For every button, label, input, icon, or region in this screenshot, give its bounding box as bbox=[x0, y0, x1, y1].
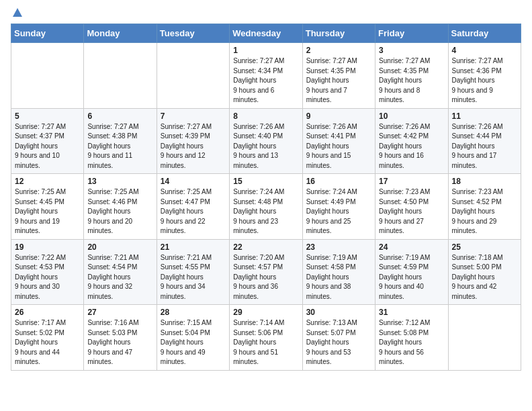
calendar-cell: 30 Sunrise: 7:13 AM Sunset: 5:07 PM Dayl… bbox=[302, 305, 375, 371]
day-info: Sunrise: 7:23 AM Sunset: 4:52 PM Dayligh… bbox=[452, 187, 517, 236]
day-info: Sunrise: 7:15 AM Sunset: 5:04 PM Dayligh… bbox=[161, 318, 226, 367]
calendar-cell: 6 Sunrise: 7:27 AM Sunset: 4:38 PM Dayli… bbox=[84, 108, 157, 174]
day-number: 2 bbox=[306, 46, 371, 55]
calendar-cell: 22 Sunrise: 7:20 AM Sunset: 4:57 PM Dayl… bbox=[230, 239, 302, 305]
day-of-week-header: Monday bbox=[84, 24, 157, 43]
day-info: Sunrise: 7:20 AM Sunset: 4:57 PM Dayligh… bbox=[233, 253, 298, 302]
day-info: Sunrise: 7:12 AM Sunset: 5:08 PM Dayligh… bbox=[379, 318, 444, 367]
day-of-week-header: Sunday bbox=[11, 24, 84, 43]
day-number: 4 bbox=[452, 46, 517, 55]
day-of-week-header: Tuesday bbox=[157, 24, 229, 43]
calendar-cell: 18 Sunrise: 7:23 AM Sunset: 4:52 PM Dayl… bbox=[448, 174, 521, 240]
day-info: Sunrise: 7:27 AM Sunset: 4:36 PM Dayligh… bbox=[452, 56, 517, 105]
day-number: 29 bbox=[233, 308, 298, 317]
day-number: 10 bbox=[379, 111, 444, 121]
day-number: 3 bbox=[379, 46, 444, 55]
day-number: 1 bbox=[233, 46, 298, 55]
calendar-table: SundayMondayTuesdayWednesdayThursdayFrid… bbox=[11, 24, 521, 371]
day-number: 23 bbox=[306, 242, 371, 252]
day-number: 14 bbox=[161, 177, 226, 186]
calendar-week-row: 19 Sunrise: 7:22 AM Sunset: 4:53 PM Dayl… bbox=[11, 239, 521, 305]
calendar-cell: 13 Sunrise: 7:25 AM Sunset: 4:46 PM Dayl… bbox=[84, 174, 157, 240]
day-number: 18 bbox=[452, 177, 517, 186]
day-number: 31 bbox=[379, 308, 444, 317]
day-info: Sunrise: 7:23 AM Sunset: 4:50 PM Dayligh… bbox=[379, 187, 444, 236]
calendar-cell: 23 Sunrise: 7:19 AM Sunset: 4:58 PM Dayl… bbox=[302, 239, 375, 305]
calendar-cell bbox=[157, 43, 229, 109]
day-info: Sunrise: 7:27 AM Sunset: 4:38 PM Dayligh… bbox=[87, 122, 152, 171]
day-info: Sunrise: 7:19 AM Sunset: 4:59 PM Dayligh… bbox=[379, 253, 444, 302]
day-number: 19 bbox=[15, 242, 80, 252]
calendar-week-row: 1 Sunrise: 7:27 AM Sunset: 4:34 PM Dayli… bbox=[11, 43, 521, 109]
calendar-cell: 3 Sunrise: 7:27 AM Sunset: 4:35 PM Dayli… bbox=[375, 43, 448, 109]
calendar-cell: 28 Sunrise: 7:15 AM Sunset: 5:04 PM Dayl… bbox=[157, 305, 229, 371]
day-number: 5 bbox=[15, 111, 80, 121]
calendar-cell: 1 Sunrise: 7:27 AM Sunset: 4:34 PM Dayli… bbox=[230, 43, 302, 109]
calendar-cell: 19 Sunrise: 7:22 AM Sunset: 4:53 PM Dayl… bbox=[11, 239, 84, 305]
calendar-cell: 21 Sunrise: 7:21 AM Sunset: 4:55 PM Dayl… bbox=[157, 239, 229, 305]
calendar-cell: 8 Sunrise: 7:26 AM Sunset: 4:40 PM Dayli… bbox=[230, 108, 302, 174]
day-number: 11 bbox=[452, 111, 517, 121]
day-info: Sunrise: 7:26 AM Sunset: 4:42 PM Dayligh… bbox=[379, 122, 444, 171]
calendar-header-row: SundayMondayTuesdayWednesdayThursdayFrid… bbox=[11, 24, 521, 43]
calendar-cell: 14 Sunrise: 7:25 AM Sunset: 4:47 PM Dayl… bbox=[157, 174, 229, 240]
day-number: 15 bbox=[233, 177, 298, 186]
day-number: 22 bbox=[233, 242, 298, 252]
day-info: Sunrise: 7:27 AM Sunset: 4:35 PM Dayligh… bbox=[306, 56, 371, 105]
calendar-cell: 25 Sunrise: 7:18 AM Sunset: 5:00 PM Dayl… bbox=[448, 239, 521, 305]
day-info: Sunrise: 7:26 AM Sunset: 4:41 PM Dayligh… bbox=[306, 122, 371, 171]
calendar-cell: 16 Sunrise: 7:24 AM Sunset: 4:49 PM Dayl… bbox=[302, 174, 375, 240]
day-of-week-header: Wednesday bbox=[230, 24, 302, 43]
day-info: Sunrise: 7:27 AM Sunset: 4:39 PM Dayligh… bbox=[161, 122, 226, 171]
calendar-cell: 12 Sunrise: 7:25 AM Sunset: 4:45 PM Dayl… bbox=[11, 174, 84, 240]
day-info: Sunrise: 7:25 AM Sunset: 4:46 PM Dayligh… bbox=[87, 187, 152, 236]
day-number: 25 bbox=[452, 242, 517, 252]
day-info: Sunrise: 7:24 AM Sunset: 4:48 PM Dayligh… bbox=[233, 187, 298, 236]
calendar-week-row: 26 Sunrise: 7:17 AM Sunset: 5:02 PM Dayl… bbox=[11, 305, 521, 371]
day-info: Sunrise: 7:27 AM Sunset: 4:35 PM Dayligh… bbox=[379, 56, 444, 105]
day-number: 6 bbox=[87, 111, 152, 121]
day-info: Sunrise: 7:25 AM Sunset: 4:45 PM Dayligh… bbox=[15, 187, 80, 236]
day-info: Sunrise: 7:21 AM Sunset: 4:55 PM Dayligh… bbox=[161, 253, 226, 302]
day-of-week-header: Friday bbox=[375, 24, 448, 43]
calendar-cell: 2 Sunrise: 7:27 AM Sunset: 4:35 PM Dayli… bbox=[302, 43, 375, 109]
day-number: 20 bbox=[87, 242, 152, 252]
calendar-cell bbox=[11, 43, 84, 109]
calendar-cell: 31 Sunrise: 7:12 AM Sunset: 5:08 PM Dayl… bbox=[375, 305, 448, 371]
day-number: 26 bbox=[15, 308, 80, 317]
calendar-cell bbox=[84, 43, 157, 109]
day-number: 7 bbox=[161, 111, 226, 121]
calendar-cell: 17 Sunrise: 7:23 AM Sunset: 4:50 PM Dayl… bbox=[375, 174, 448, 240]
day-info: Sunrise: 7:16 AM Sunset: 5:03 PM Dayligh… bbox=[87, 318, 152, 367]
calendar-week-row: 5 Sunrise: 7:27 AM Sunset: 4:37 PM Dayli… bbox=[11, 108, 521, 174]
day-of-week-header: Thursday bbox=[302, 24, 375, 43]
calendar-cell: 20 Sunrise: 7:21 AM Sunset: 4:54 PM Dayl… bbox=[84, 239, 157, 305]
day-number: 28 bbox=[161, 308, 226, 317]
day-number: 30 bbox=[306, 308, 371, 317]
calendar-cell: 11 Sunrise: 7:26 AM Sunset: 4:44 PM Dayl… bbox=[448, 108, 521, 174]
calendar-cell bbox=[448, 305, 521, 371]
calendar-cell: 9 Sunrise: 7:26 AM Sunset: 4:41 PM Dayli… bbox=[302, 108, 375, 174]
day-info: Sunrise: 7:27 AM Sunset: 4:34 PM Dayligh… bbox=[233, 56, 298, 105]
day-number: 24 bbox=[379, 242, 444, 252]
day-info: Sunrise: 7:19 AM Sunset: 4:58 PM Dayligh… bbox=[306, 253, 371, 302]
day-info: Sunrise: 7:17 AM Sunset: 5:02 PM Dayligh… bbox=[15, 318, 80, 367]
day-number: 9 bbox=[306, 111, 371, 121]
day-number: 12 bbox=[15, 177, 80, 186]
day-info: Sunrise: 7:14 AM Sunset: 5:06 PM Dayligh… bbox=[233, 318, 298, 367]
day-info: Sunrise: 7:26 AM Sunset: 4:44 PM Dayligh… bbox=[452, 122, 517, 171]
calendar-week-row: 12 Sunrise: 7:25 AM Sunset: 4:45 PM Dayl… bbox=[11, 174, 521, 240]
day-number: 27 bbox=[87, 308, 152, 317]
day-number: 16 bbox=[306, 177, 371, 186]
day-number: 8 bbox=[233, 111, 298, 121]
calendar-cell: 26 Sunrise: 7:17 AM Sunset: 5:02 PM Dayl… bbox=[11, 305, 84, 371]
page-header bbox=[11, 11, 521, 17]
day-info: Sunrise: 7:13 AM Sunset: 5:07 PM Dayligh… bbox=[306, 318, 371, 367]
calendar-cell: 24 Sunrise: 7:19 AM Sunset: 4:59 PM Dayl… bbox=[375, 239, 448, 305]
day-info: Sunrise: 7:27 AM Sunset: 4:37 PM Dayligh… bbox=[15, 122, 80, 171]
calendar-cell: 27 Sunrise: 7:16 AM Sunset: 5:03 PM Dayl… bbox=[84, 305, 157, 371]
day-info: Sunrise: 7:21 AM Sunset: 4:54 PM Dayligh… bbox=[87, 253, 152, 302]
calendar-cell: 10 Sunrise: 7:26 AM Sunset: 4:42 PM Dayl… bbox=[375, 108, 448, 174]
logo bbox=[11, 11, 22, 17]
day-info: Sunrise: 7:22 AM Sunset: 4:53 PM Dayligh… bbox=[15, 253, 80, 302]
